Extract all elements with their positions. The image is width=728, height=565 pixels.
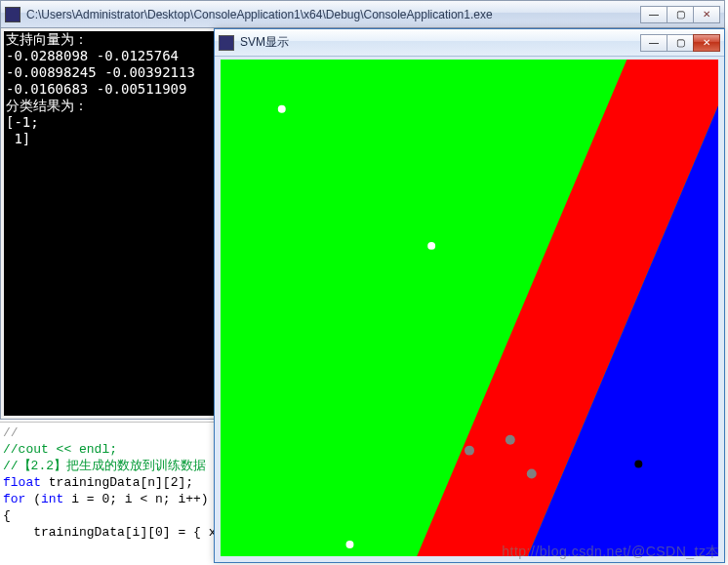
console-line: -0.0288098 -0.0125764 — [6, 48, 179, 63]
console-titlebar[interactable]: C:\Users\Administrator\Desktop\ConsoleAp… — [1, 1, 724, 28]
point-sv — [465, 446, 474, 456]
console-line: -0.00898245 -0.00392113 — [6, 64, 195, 80]
console-line: 1] — [6, 131, 30, 146]
watermark: http://blog.csdn.net/@CSDN_tz本 — [502, 544, 720, 561]
console-line: -0.0160683 -0.00511909 — [6, 81, 186, 97]
code-text: i = 0; i < n; i++) — [63, 492, 208, 506]
code-text: trainingData[n][2]; — [41, 475, 193, 490]
code-line: //cout << endl; — [3, 442, 117, 457]
close-button[interactable]: ✕ — [693, 34, 720, 52]
console-line: 支持向量为： — [6, 31, 88, 47]
code-editor[interactable]: // //cout << endl; //【2.2】把生成的数放到训练数据 fl… — [0, 422, 214, 565]
code-line: // — [3, 425, 19, 440]
minimize-button[interactable]: — — [640, 34, 667, 52]
app-icon — [5, 7, 20, 22]
keyword: int — [41, 492, 63, 506]
keyword: for — [3, 492, 25, 506]
point-white — [278, 105, 286, 113]
console-line: [-1; — [6, 114, 39, 130]
svm-window: SVM显示 — ▢ ✕ — [214, 28, 725, 563]
code-line: //【2.2】把生成的数放到训练数据 — [3, 459, 206, 473]
maximize-button[interactable]: ▢ — [667, 6, 694, 23]
point-white — [427, 242, 435, 250]
app-icon — [219, 35, 234, 51]
point-sv — [506, 435, 515, 445]
window-controls: — ▢ ✕ — [641, 34, 720, 52]
svm-title: SVM显示 — [240, 34, 641, 51]
maximize-button[interactable]: ▢ — [667, 34, 694, 52]
svm-titlebar[interactable]: SVM显示 — ▢ ✕ — [215, 29, 724, 57]
console-title: C:\Users\Administrator\Desktop\ConsoleAp… — [26, 8, 641, 21]
point-black — [634, 461, 642, 468]
point-sv — [527, 469, 537, 479]
window-controls: — ▢ ✕ — [641, 6, 720, 23]
code-text: ( — [25, 492, 41, 506]
console-line: 分类结果为： — [6, 98, 88, 113]
code-line: { — [3, 508, 11, 523]
svm-svg — [221, 60, 718, 556]
code-line: trainingData[i][0] = { x[i] — [3, 525, 214, 540]
minimize-button[interactable]: — — [640, 6, 667, 23]
svm-plot — [221, 60, 718, 556]
close-button[interactable]: ✕ — [693, 6, 720, 23]
keyword: float — [3, 475, 41, 490]
point-white — [345, 541, 353, 548]
